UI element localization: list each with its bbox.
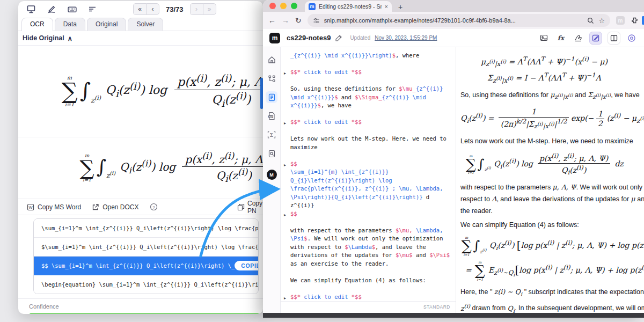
- hide-original-row: Hide Original ∧: [18, 31, 263, 46]
- editor-line[interactable]: [290, 110, 456, 119]
- minimize-window-button[interactable]: [280, 3, 287, 9]
- editor-line[interactable]: \sum_{i=1}^{m} \int_{z^{(i)}}: [290, 168, 456, 177]
- original-image-panel: m∑i=1∫z(i) Qi(z(i)) log p(x(i), z(i); μ,…: [18, 46, 263, 137]
- original-equation: m∑i=1∫z(i) Qi(z(i)) log p(x(i), z(i); μ,…: [60, 72, 263, 109]
- editor-line[interactable]: x^{(i)}}$, we have: [290, 101, 456, 110]
- pdf-icon[interactable]: PDF: [266, 110, 277, 122]
- preview-paragraph: with respect to the parameters μ, Λ, Ψ. …: [460, 181, 644, 217]
- projects-icon[interactable]: [266, 72, 277, 84]
- last-page-button[interactable]: »: [203, 3, 216, 15]
- lines-icon[interactable]: [87, 4, 98, 14]
- split-view-icon[interactable]: [608, 32, 620, 45]
- first-page-button[interactable]: «: [133, 3, 146, 15]
- copy-ms-word-button[interactable]: W Copy MS Word: [27, 203, 81, 211]
- reload-button[interactable]: ↻: [295, 17, 302, 24]
- editor-line[interactable]: with respect to $\Lambda$, and leave the: [290, 243, 456, 252]
- editor-line[interactable]: \mid x^{(i)}}$ and $\Sigma_{z^{(i)} \mid: [290, 93, 456, 102]
- fold-marker-icon[interactable]: ▸: [284, 69, 286, 78]
- search-doc-icon[interactable]: [266, 148, 277, 159]
- editor-line[interactable]: with respect to the parameters $\mu, \La…: [290, 226, 456, 235]
- hide-original-link[interactable]: Hide Original ∧: [23, 34, 72, 42]
- latex-format-row[interactable]: \begin{equation} \sum_{i=1}^m \int_{z^{(…: [34, 275, 258, 294]
- editor-line[interactable]: [290, 127, 456, 135]
- screenshot-icon[interactable]: [26, 4, 36, 14]
- snip-sigma-icon[interactable]: Σ: [266, 129, 277, 141]
- home-icon[interactable]: [266, 54, 277, 65]
- latex-format-row[interactable]: $\sum_{i=1}^m \int_{z^{(i)}} Q_i\left(z^…: [34, 238, 258, 257]
- draw-icon[interactable]: [46, 4, 57, 14]
- editor-line[interactable]: \Psi\right)}{Q_{i}\left(z^{(i)}\right)} …: [290, 193, 456, 202]
- editor-line[interactable]: derivations of the updates for $\mu$ and…: [290, 251, 456, 260]
- user-avatar[interactable]: M: [267, 170, 277, 180]
- updated-timestamp[interactable]: Nov 30, 2023, 1:55:29 PM: [375, 35, 437, 41]
- editor-line[interactable]: ▸$$* click to edit *$$: [290, 68, 456, 77]
- forward-button[interactable]: →: [282, 17, 289, 24]
- latex-format-list: \sum_{i=1}^m \int_{z^{(i)}} Q_i\left(z^{…: [33, 218, 259, 294]
- editor-line[interactable]: \frac{p\left(x^{(i)}, z^{(i)} ; \mu, \La…: [290, 185, 456, 193]
- editor-line[interactable]: Lets now work out the M-step. Here, we n…: [290, 135, 456, 143]
- tab-original[interactable]: Original: [87, 18, 126, 31]
- editor-line[interactable]: [290, 151, 456, 160]
- window-bottom-edge: [263, 313, 644, 318]
- tab-ocr[interactable]: OCR: [21, 18, 53, 31]
- ink-icon[interactable]: [572, 32, 584, 44]
- new-tab-button[interactable]: +: [398, 3, 402, 11]
- editor-line[interactable]: [290, 284, 456, 293]
- prev-page-button[interactable]: ‹: [146, 3, 159, 15]
- latex-format-row[interactable]: $$ \sum_{i=1}^m \int_{z^{(i)}} Q_i\left(…: [34, 257, 258, 275]
- editor-line[interactable]: [290, 60, 456, 69]
- tab-data[interactable]: Data: [55, 18, 85, 31]
- close-window-button[interactable]: [269, 3, 276, 9]
- rendered-equation: m∑i=1∫z(i) Qi(z(i)) log p(x(i), z(i); μ,…: [78, 151, 263, 185]
- editor-line[interactable]: ▸$$: [290, 160, 456, 169]
- preview-eye-icon[interactable]: [626, 32, 638, 44]
- ocr-result-panel: m∑i=1∫z(i) Qi(z(i)) log p(x(i), z(i); μ,…: [18, 137, 263, 199]
- markdown-editor[interactable]: _{z^{(i)} \mid x^{(i)}}\right)$, where▸$…: [281, 47, 456, 318]
- preview-equation: Qi(z(i)) = 1(2π)k/2|Σz(i)|x(i)|1/2exp(−1…: [460, 107, 644, 130]
- bookmark-star-icon[interactable]: ☆: [598, 17, 605, 25]
- editor-line[interactable]: as an exercise to the reader.: [290, 260, 456, 268]
- help-button[interactable]: ?: [150, 203, 158, 211]
- fx-icon[interactable]: fx: [555, 32, 567, 44]
- browser-tab[interactable]: m Editing cs229-notes9 - Snip ×: [305, 1, 392, 12]
- editor-line[interactable]: z^{(i)}: [290, 201, 456, 210]
- fold-marker-icon[interactable]: ▸: [284, 211, 286, 219]
- tab-close-icon[interactable]: ×: [385, 3, 388, 10]
- mathpix-logo[interactable]: m: [269, 33, 280, 43]
- next-page-button[interactable]: ›: [190, 3, 203, 15]
- editor-line[interactable]: maximize: [290, 143, 456, 152]
- edit-mode-icon[interactable]: [589, 32, 602, 45]
- editor-mode-label[interactable]: STANDARD: [423, 303, 450, 312]
- tab-solver[interactable]: Solver: [128, 18, 163, 31]
- document-icon[interactable]: [266, 91, 277, 103]
- zoom-window-button[interactable]: [291, 3, 297, 9]
- editor-line[interactable]: ▸$$: [290, 210, 456, 218]
- fold-marker-icon[interactable]: ▸: [284, 161, 286, 170]
- editor-line[interactable]: ▸$$* click to edit *$$: [290, 118, 456, 127]
- keyboard-icon[interactable]: [67, 4, 77, 14]
- export-action-bar: W Copy MS Word Open DOCX ? Copy PN: [18, 199, 263, 215]
- editor-line[interactable]: Q_{i}\left(z^{(i)}\right) \log: [290, 177, 456, 185]
- editor-line[interactable]: So, using these definitions for $\mu_{z^…: [290, 85, 456, 93]
- site-settings-icon[interactable]: [313, 17, 320, 24]
- web-sidebar: PDF Σ M: [263, 47, 281, 318]
- latex-format-row[interactable]: \sum_{i=1}^m \int_{z^{(i)}} Q_i\left(z^{…: [34, 219, 258, 238]
- editor-line[interactable]: \Psi$. We will work out only the optimiz…: [290, 235, 456, 243]
- address-bar[interactable]: snip.mathpix.com/mathpix-example/notes/4…: [308, 14, 610, 27]
- zoom-page-icon[interactable]: [587, 17, 594, 24]
- document-title[interactable]: cs229-notes9: [287, 34, 331, 42]
- editor-line[interactable]: [290, 77, 456, 85]
- editor-line[interactable]: [290, 218, 456, 226]
- editor-line[interactable]: We can simplify Equation (4) as follows:: [290, 276, 456, 285]
- back-button[interactable]: ←: [268, 17, 276, 24]
- copy-png-button[interactable]: Copy PN: [237, 200, 263, 215]
- editor-line[interactable]: _{z^{(i)} \mid x^{(i)}}\right)$, where: [290, 52, 456, 60]
- open-docx-button[interactable]: Open DOCX: [92, 203, 138, 211]
- editor-line[interactable]: ▸$$* click to edit *$$: [290, 293, 456, 302]
- rename-icon[interactable]: [335, 34, 342, 42]
- editor-line[interactable]: [290, 268, 456, 276]
- mathpix-extension-icon[interactable]: m: [616, 16, 625, 25]
- fold-marker-icon[interactable]: ▸: [284, 119, 286, 128]
- extensions-puzzle-icon[interactable]: [631, 17, 639, 25]
- image-icon[interactable]: [538, 32, 550, 44]
